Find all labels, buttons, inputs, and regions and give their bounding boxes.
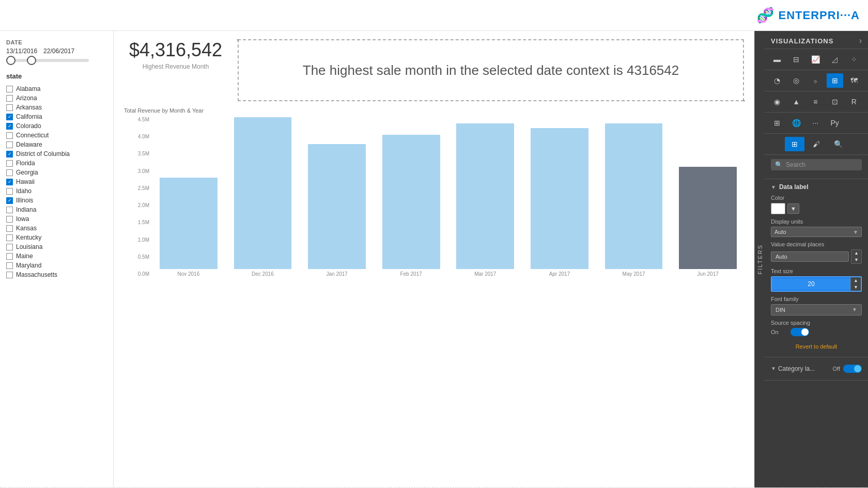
viz-icon-card[interactable]: R	[846, 95, 862, 109]
viz-tab-fields[interactable]: ⊞	[785, 137, 804, 151]
state-item[interactable]: Connecticut	[6, 131, 107, 140]
state-item[interactable]: Georgia	[6, 168, 107, 177]
state-item[interactable]: Florida	[6, 159, 107, 168]
state-checkbox[interactable]	[6, 216, 13, 223]
state-checkbox[interactable]	[6, 114, 13, 120]
viz-icon-donut[interactable]: ◎	[788, 73, 804, 88]
display-units-dropdown[interactable]: Auto ▼	[771, 227, 862, 237]
state-checkbox[interactable]	[6, 160, 13, 167]
data-label-section: ▼ Data label Color ▼ Display units	[765, 179, 868, 357]
state-checkbox[interactable]	[6, 262, 13, 269]
state-checkbox[interactable]	[6, 244, 13, 250]
viz-icon-more[interactable]: ···	[807, 116, 824, 130]
category-toggle[interactable]	[843, 365, 862, 373]
state-item[interactable]: Maine	[6, 251, 107, 261]
viz-tab-format[interactable]: 🖌	[807, 137, 826, 151]
color-dropdown-btn[interactable]: ▼	[787, 203, 799, 214]
filters-tab[interactable]: FILTERS	[754, 31, 765, 487]
state-checkbox[interactable]	[6, 104, 13, 111]
viz-icon-bar2[interactable]: ⊟	[788, 52, 804, 67]
state-item[interactable]: California	[6, 112, 107, 121]
viz-search-box[interactable]: 🔍	[771, 159, 862, 170]
viz-tab-analytics[interactable]: 🔍	[828, 137, 848, 151]
viz-icon-slicer[interactable]: ≡	[807, 95, 824, 109]
state-item[interactable]: Colorado	[6, 121, 107, 131]
state-checkbox[interactable]	[6, 86, 13, 92]
bar-group[interactable]: Nov 2016	[152, 117, 225, 277]
viz-icon-kpi[interactable]: ▲	[788, 95, 804, 109]
state-checkbox[interactable]	[6, 123, 13, 130]
viz-icon-area[interactable]: ◿	[827, 52, 843, 67]
state-item[interactable]: Arizona	[6, 93, 107, 103]
viz-icon-scatter[interactable]: ⁘	[846, 52, 862, 67]
revert-to-default[interactable]: Revert to default	[771, 340, 862, 353]
state-checkbox[interactable]	[6, 225, 13, 232]
date-slider-track[interactable]	[6, 59, 89, 62]
viz-panel-close-button[interactable]: ›	[859, 36, 862, 45]
state-checkbox[interactable]	[6, 253, 13, 260]
color-swatch[interactable]	[771, 203, 785, 214]
state-checkbox[interactable]	[6, 141, 13, 148]
viz-icon-pie[interactable]: ◔	[769, 73, 785, 88]
state-item[interactable]: Iowa	[6, 214, 107, 224]
bar-group[interactable]: Dec 2016	[227, 117, 299, 277]
decimal-stepper[interactable]: ▲ ▼	[851, 249, 862, 264]
bar-label: Apr 2017	[549, 271, 570, 277]
bar-group[interactable]: Jun 2017	[672, 117, 744, 277]
state-item[interactable]: Maryland	[6, 261, 107, 270]
data-label-title: Data label	[779, 183, 809, 191]
date-slider-left-handle[interactable]	[6, 56, 16, 65]
state-item[interactable]: Hawaii	[6, 177, 107, 186]
state-item[interactable]: Massachusetts	[6, 270, 107, 279]
bar-group[interactable]: May 2017	[598, 117, 670, 277]
state-checkbox[interactable]	[6, 132, 13, 139]
state-checkbox[interactable]	[6, 197, 13, 204]
viz-icon-funnel[interactable]: ⬦	[807, 73, 824, 88]
source-spacing-state: On	[771, 329, 786, 335]
state-checkbox[interactable]	[6, 95, 13, 102]
date-slider-right-handle[interactable]	[27, 56, 36, 65]
bar-group[interactable]: Feb 2017	[375, 117, 447, 277]
bar-group[interactable]: Apr 2017	[523, 117, 596, 277]
data-label-header[interactable]: ▼ Data label	[771, 183, 862, 191]
font-family-dropdown[interactable]: DIN ▼	[771, 304, 862, 316]
category-label-header[interactable]: ▼ Category la...	[771, 365, 815, 372]
text-size-up[interactable]: ▲	[851, 277, 861, 284]
viz-icon-gauge[interactable]: ◉	[769, 95, 785, 109]
viz-icon-line[interactable]: 📈	[807, 52, 824, 67]
text-box[interactable]: The highest sale month in the selected d…	[238, 39, 744, 101]
text-size-property: Text size 20 ▲ ▼	[771, 268, 862, 292]
state-item[interactable]: Illinois	[6, 196, 107, 205]
viz-icon-bar[interactable]: ▬	[769, 52, 785, 67]
state-item[interactable]: Indiana	[6, 205, 107, 214]
state-item[interactable]: Alabama	[6, 84, 107, 93]
viz-icon-custom1[interactable]: ⊞	[769, 116, 785, 130]
state-checkbox[interactable]	[6, 179, 13, 185]
decimal-up[interactable]: ▲	[851, 250, 861, 257]
source-spacing-toggle[interactable]	[791, 328, 809, 336]
viz-icon-py[interactable]: Py	[827, 116, 843, 130]
state-item[interactable]: Delaware	[6, 140, 107, 149]
state-item[interactable]: Louisiana	[6, 242, 107, 251]
viz-icon-globe[interactable]: 🌐	[788, 116, 804, 130]
viz-icon-table[interactable]: ⊞	[827, 73, 843, 88]
viz-icon-map[interactable]: 🗺	[846, 73, 862, 88]
viz-icon-matrix[interactable]: ⊡	[827, 95, 843, 109]
state-item[interactable]: Idaho	[6, 186, 107, 196]
state-checkbox[interactable]	[6, 234, 13, 241]
state-checkbox[interactable]	[6, 272, 13, 278]
bar-group[interactable]: Mar 2017	[450, 117, 522, 277]
state-checkbox[interactable]	[6, 188, 13, 195]
text-size-stepper[interactable]: 20 ▲ ▼	[771, 276, 862, 292]
state-item[interactable]: Kentucky	[6, 233, 107, 242]
bar-group[interactable]: Jan 2017	[301, 117, 373, 277]
state-item[interactable]: Arkansas	[6, 103, 107, 112]
state-checkbox[interactable]	[6, 151, 13, 158]
state-item[interactable]: District of Columbia	[6, 149, 107, 159]
viz-search-input[interactable]	[786, 161, 858, 168]
text-size-down[interactable]: ▼	[851, 284, 861, 291]
decimal-down[interactable]: ▼	[851, 257, 861, 263]
state-item[interactable]: Kansas	[6, 224, 107, 233]
state-checkbox[interactable]	[6, 207, 13, 213]
state-checkbox[interactable]	[6, 169, 13, 176]
